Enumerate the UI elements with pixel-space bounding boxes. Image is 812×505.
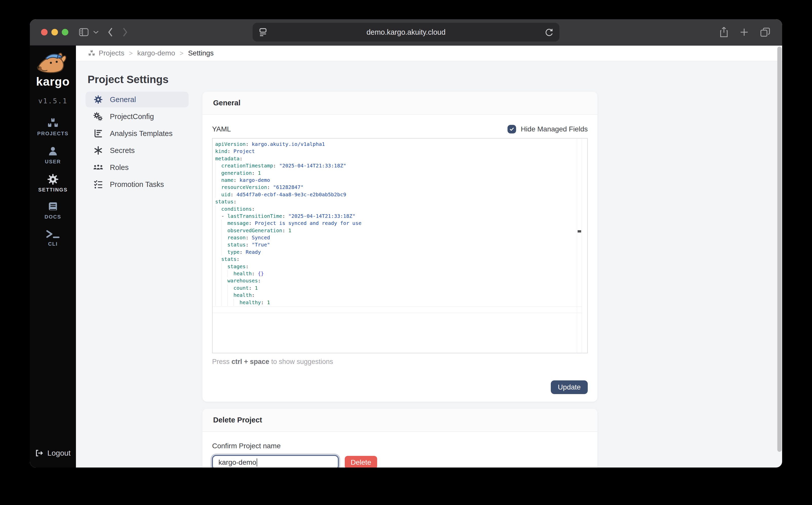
yaml-line[interactable]: apiVersion: kargo.akuity.io/v1alpha1	[215, 141, 587, 148]
settings-menu-item-secrets[interactable]: Secrets	[85, 143, 189, 158]
yaml-line[interactable]: uid: 4d54f7a0-ecbf-4aa8-9e3c-e2b0ab5b2bc…	[215, 191, 587, 198]
sidebar-item-cli[interactable]: CLI	[46, 229, 60, 247]
settings-menu-item-analysis-templates[interactable]: Analysis Templates	[85, 126, 189, 141]
settings-menu-item-projectconfig[interactable]: ProjectConfig	[85, 109, 189, 124]
chevron-down-icon[interactable]	[93, 30, 99, 34]
app-version: v1.5.1	[38, 97, 67, 105]
main-content: Projects > kargo-demo > Settings Project…	[76, 45, 782, 468]
settings-page: Project Settings GeneralProjectConfigAna…	[76, 61, 782, 468]
projects-icon	[88, 50, 95, 57]
settings-menu-item-promotion-tasks[interactable]: Promotion Tasks	[85, 177, 189, 192]
delete-project-card: Delete Project Confirm Project name karg…	[203, 409, 597, 468]
minimize-window-button[interactable]	[51, 29, 58, 35]
zoom-window-button[interactable]	[62, 29, 68, 35]
yaml-line[interactable]: creationTimestamp: "2025-04-14T21:33:18Z…	[215, 162, 587, 169]
close-window-button[interactable]	[41, 29, 48, 35]
breadcrumb-project-name[interactable]: kargo-demo	[137, 49, 175, 57]
sidebar-item-docs[interactable]: DOCS	[44, 202, 61, 220]
breadcrumb-projects[interactable]: Projects	[99, 49, 124, 57]
sidebar-toggle-icon[interactable]	[79, 28, 88, 36]
yaml-line[interactable]: warehouses:	[215, 277, 587, 284]
yaml-line[interactable]: name: kargo-demo	[215, 177, 587, 184]
update-button[interactable]: Update	[551, 380, 588, 394]
yaml-line[interactable]: reason: Synced	[215, 234, 587, 241]
breadcrumb: Projects > kargo-demo > Settings	[76, 45, 782, 61]
roles-icon	[93, 163, 103, 171]
yaml-line[interactable]: status: "True"	[215, 241, 587, 248]
breadcrumb-separator: >	[128, 49, 133, 57]
yaml-line[interactable]: metadata:	[215, 155, 587, 162]
browser-window: demo.kargo.akuity.cloud	[30, 19, 782, 468]
sidebar-item-label: DOCS	[44, 214, 61, 220]
delete-button[interactable]: Delete	[345, 456, 377, 468]
yaml-line[interactable]: count: 1	[215, 285, 587, 292]
settings-menu-item-label: General	[110, 96, 136, 104]
yaml-line[interactable]: - lastTransitionTime: "2025-04-14T21:33:…	[215, 212, 587, 219]
sidebar-item-label: USER	[45, 159, 61, 165]
confirm-project-name-label: Confirm Project name	[212, 442, 588, 450]
general-card-title: General	[203, 92, 597, 115]
cli-icon	[46, 229, 60, 239]
settings-menu-item-roles[interactable]: Roles	[85, 160, 189, 175]
settings-menu-item-label: ProjectConfig	[110, 113, 154, 121]
sidebar-item-user[interactable]: USER	[45, 146, 61, 165]
settings-menu-item-label: Analysis Templates	[110, 129, 173, 138]
tasks-icon	[93, 180, 103, 189]
back-button[interactable]	[107, 27, 113, 37]
hide-managed-fields-toggle[interactable]: Hide Managed Fields	[508, 125, 588, 134]
yaml-line[interactable]: resourceVersion: "61282847"	[215, 184, 587, 191]
new-tab-icon[interactable]	[739, 27, 749, 38]
gears-icon	[93, 112, 103, 121]
tab-overview-icon[interactable]	[760, 27, 771, 38]
kargo-mascot-icon	[35, 52, 71, 77]
yaml-line[interactable]: generation: 1	[215, 169, 587, 177]
checkbox-checked-icon[interactable]	[508, 125, 516, 134]
text-caret	[257, 458, 257, 467]
yaml-line[interactable]: stats:	[215, 256, 587, 263]
yaml-editor[interactable]: apiVersion: kargo.akuity.io/v1alpha1kind…	[212, 138, 588, 353]
editor-vertical-scrollbar[interactable]	[577, 139, 582, 353]
settings-menu-item-general[interactable]: General	[85, 92, 189, 108]
traffic-lights	[41, 29, 68, 35]
refresh-icon[interactable]	[545, 28, 553, 37]
gear-icon	[93, 95, 103, 104]
docs-icon	[47, 202, 58, 212]
sidebar-item-projects[interactable]: PROJECTS	[37, 118, 69, 137]
yaml-line[interactable]: healthy: 1	[215, 299, 587, 306]
yaml-line[interactable]: conditions:	[215, 205, 587, 212]
yaml-line[interactable]: health: {}	[215, 270, 587, 277]
url-bar[interactable]: demo.kargo.akuity.cloud	[253, 23, 559, 41]
editor-scrollbar-thumb[interactable]	[578, 230, 581, 232]
browser-titlebar: demo.kargo.akuity.cloud	[30, 19, 782, 45]
breadcrumb-settings: Settings	[188, 49, 214, 57]
editor-horizontal-scrollbar[interactable]	[213, 307, 582, 313]
logout-button[interactable]: Logout	[30, 449, 76, 457]
yaml-line[interactable]: observedGeneration: 1	[215, 227, 587, 234]
page-title: Project Settings	[87, 73, 782, 86]
yaml-line[interactable]: kind: Project	[215, 148, 587, 155]
logout-label: Logout	[47, 449, 71, 457]
asterisk-icon	[93, 146, 103, 155]
address-text[interactable]: demo.kargo.akuity.cloud	[267, 28, 545, 36]
page-scrollbar[interactable]	[777, 47, 782, 452]
breadcrumb-separator: >	[179, 49, 185, 57]
settings-menu: GeneralProjectConfigAnalysis TemplatesSe…	[85, 92, 189, 193]
yaml-line[interactable]: message: Project is synced and ready for…	[215, 219, 587, 227]
kargo-wordmark: kargo	[36, 74, 70, 89]
yaml-line[interactable]: status:	[215, 198, 587, 205]
reader-view-icon[interactable]	[259, 27, 267, 37]
editor-hint: Press ctrl + space to show suggestions	[212, 358, 588, 366]
sidebar-item-label: PROJECTS	[37, 131, 69, 137]
logout-icon	[35, 449, 43, 457]
forward-button[interactable]	[122, 27, 128, 37]
projects-icon	[47, 118, 59, 129]
yaml-label: YAML	[212, 125, 231, 133]
yaml-line[interactable]: health:	[215, 292, 587, 299]
share-icon[interactable]	[719, 27, 729, 38]
kargo-logo[interactable]: kargo	[35, 52, 71, 89]
yaml-line[interactable]: stages:	[215, 263, 587, 270]
yaml-line[interactable]: type: Ready	[215, 248, 587, 256]
sidebar-item-settings[interactable]: SETTINGS	[38, 174, 67, 193]
settings-menu-item-label: Secrets	[110, 146, 134, 155]
confirm-project-name-input[interactable]: kargo-demo	[212, 455, 339, 468]
